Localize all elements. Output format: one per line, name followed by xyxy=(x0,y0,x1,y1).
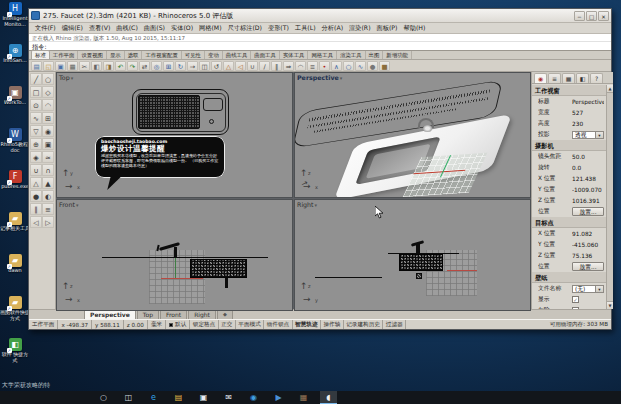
menu-item[interactable]: 面板(P) xyxy=(374,24,401,33)
parallel-tool-icon[interactable]: ∥ xyxy=(30,203,42,215)
toolbar-tab[interactable]: 出图 xyxy=(366,51,384,59)
property-value[interactable]: (无) xyxy=(572,285,604,293)
mirror-right-tool-icon[interactable]: ▷ xyxy=(42,216,54,228)
property-value[interactable]: 透视 xyxy=(572,131,604,139)
status-toggle[interactable]: 平面模式 xyxy=(236,320,264,329)
status-toggle[interactable]: 过滤器 xyxy=(383,320,406,329)
copy-icon[interactable]: ◧ xyxy=(91,61,102,71)
toolbar-tab[interactable]: 曲面工具 xyxy=(251,51,280,59)
icon-dawn-folder[interactable]: ▰ dawn xyxy=(0,254,30,294)
menu-item[interactable]: 分析(A) xyxy=(319,24,346,33)
materials-tab[interactable]: ◧ xyxy=(576,73,589,83)
property-value[interactable]: 放置... xyxy=(572,262,604,271)
property-value[interactable]: Perspective xyxy=(572,99,604,105)
viewport-front[interactable]: Front▾ ↑ z → x xyxy=(56,199,293,311)
mirror-icon[interactable]: ◁ xyxy=(235,61,246,71)
chevron-down-icon[interactable]: ▾ xyxy=(315,202,318,208)
browser-icon[interactable]: ◉ xyxy=(245,391,262,404)
box-icon[interactable]: ■ xyxy=(379,61,390,71)
offset-icon[interactable]: ≡ xyxy=(307,61,318,71)
toolbar-tab[interactable]: 可见性 xyxy=(182,51,205,59)
icon-software-shortcut[interactable]: ◧ 软件 快捷方式 xyxy=(0,338,30,378)
zoom-window-icon[interactable]: ⊞ xyxy=(163,61,174,71)
task-view-icon[interactable]: ◫ xyxy=(120,391,137,404)
menu-item[interactable]: 网格(M) xyxy=(196,24,225,33)
save-icon[interactable]: ▣ xyxy=(55,61,66,71)
menu-item[interactable]: 变形(T) xyxy=(265,24,292,33)
cplane-button[interactable]: 工作平面 xyxy=(29,320,58,329)
toolbar-tab[interactable]: 显示 xyxy=(107,51,125,59)
toolbar-tab[interactable]: 工作平面 xyxy=(50,51,79,59)
chevron-down-icon[interactable]: ▾ xyxy=(340,75,343,81)
rhino-taskbar-icon[interactable]: ◖ xyxy=(320,391,337,404)
status-toggle[interactable]: 物件锁点 xyxy=(264,320,292,329)
scale-icon[interactable]: △ xyxy=(223,61,234,71)
toolbar-tab[interactable]: 新增功能 xyxy=(383,51,412,59)
worktools-taskbar-icon[interactable]: ▦ xyxy=(295,391,312,404)
circle-icon[interactable]: ○ xyxy=(343,61,354,71)
box-tool-icon[interactable]: ▣ xyxy=(42,138,54,150)
icon-worktools[interactable]: ▣ WorkTo... xyxy=(0,86,30,126)
sphere-tool-icon[interactable]: ◉ xyxy=(42,125,54,137)
file-explorer-icon[interactable]: ▤ xyxy=(170,391,187,404)
property-value[interactable]: 527 xyxy=(572,110,604,116)
sphere-icon[interactable]: ● xyxy=(367,61,378,71)
curve-icon[interactable]: ∿ xyxy=(355,61,366,71)
current-layer-button[interactable]: 默认 xyxy=(166,320,190,329)
surface-tool-icon[interactable]: ⊞ xyxy=(42,112,54,124)
maximize-button[interactable]: □ xyxy=(586,11,597,21)
property-value[interactable]: ✓ xyxy=(572,307,579,309)
toolbar-tab[interactable]: 网格工具 xyxy=(308,51,337,59)
property-value[interactable]: -1009.070 xyxy=(572,187,604,193)
shade-tool-icon[interactable]: ◐ xyxy=(42,190,54,202)
extend-icon[interactable]: ⇒ xyxy=(283,61,294,71)
property-value[interactable]: 91.082 xyxy=(572,231,604,237)
boolean-tool-icon[interactable]: ⊕ xyxy=(30,138,42,150)
menu-item[interactable]: 帮助(H) xyxy=(401,24,429,33)
help-tab[interactable]: ? xyxy=(590,73,603,83)
icon-pubres-exe[interactable]: F pubres.exe xyxy=(0,170,30,210)
chevron-down-icon[interactable]: ▾ xyxy=(71,75,74,81)
close-button[interactable]: ✕ xyxy=(598,11,609,21)
intersect-tool-icon[interactable]: ∩ xyxy=(42,164,54,176)
property-value[interactable]: 121.438 xyxy=(572,176,604,182)
icon-rhino-doc[interactable]: W Rhino5教程.doc xyxy=(0,128,30,168)
status-toggle[interactable]: 正交 xyxy=(219,320,236,329)
status-toggle[interactable]: 锁定格点 xyxy=(190,320,218,329)
scroll-down-arrow-icon[interactable]: ▼ xyxy=(607,301,613,309)
viewport-perspective[interactable]: Perspective▾ xyxy=(294,72,531,198)
store-icon[interactable]: ▣ xyxy=(195,391,212,404)
icon-tools-folder[interactable]: ▰ 记事相关工具 xyxy=(0,212,30,252)
property-value[interactable]: 75.136 xyxy=(572,253,604,259)
open-file-icon[interactable]: ◱ xyxy=(43,61,54,71)
join-icon[interactable]: ∪ xyxy=(247,61,258,71)
menu-item[interactable]: 尺寸标注(D) xyxy=(225,24,265,33)
mail-icon[interactable]: ✉ xyxy=(220,391,237,404)
viewport-top-label[interactable]: Top▾ xyxy=(59,74,73,81)
viewport-right-label[interactable]: Right▾ xyxy=(297,201,317,208)
rotate-object-icon[interactable]: ↺ xyxy=(211,61,222,71)
menu-item[interactable]: 工具(L) xyxy=(292,24,319,33)
print-icon[interactable]: ▦ xyxy=(67,61,78,71)
cut-icon[interactable]: ✂ xyxy=(79,61,90,71)
edge-icon[interactable]: e xyxy=(145,391,162,404)
triangle-tool-icon[interactable]: △ xyxy=(30,177,42,189)
select-tool-icon[interactable]: ╱ xyxy=(30,73,42,85)
property-value[interactable]: 0.0 xyxy=(572,165,604,171)
panel-scrollbar[interactable]: ▲ ▼ xyxy=(606,85,613,309)
zoom-extents-icon[interactable]: ◎ xyxy=(151,61,162,71)
mesh-tool-icon[interactable]: ▽ xyxy=(30,125,42,137)
new-file-icon[interactable]: ▤ xyxy=(31,61,42,71)
menu-item[interactable]: 编辑(E) xyxy=(59,24,86,33)
menu-item[interactable]: 渲染(R) xyxy=(346,24,374,33)
trim-icon[interactable]: ∕ xyxy=(259,61,270,71)
properties-tab[interactable]: ◉ xyxy=(534,73,547,83)
viewport-perspective-label[interactable]: Perspective▾ xyxy=(297,74,342,81)
solid-tool-icon[interactable]: ▲ xyxy=(42,177,54,189)
fillet-icon[interactable]: ◠ xyxy=(295,61,306,71)
toolbar-tab[interactable]: 标准 xyxy=(31,50,50,59)
gem-tool-icon[interactable]: ◈ xyxy=(30,151,42,163)
toolbar-tab[interactable]: 曲线工具 xyxy=(223,51,252,59)
undo-icon[interactable]: ↶ xyxy=(115,61,126,71)
status-toggle[interactable]: 智慧轨迹 xyxy=(293,320,321,329)
